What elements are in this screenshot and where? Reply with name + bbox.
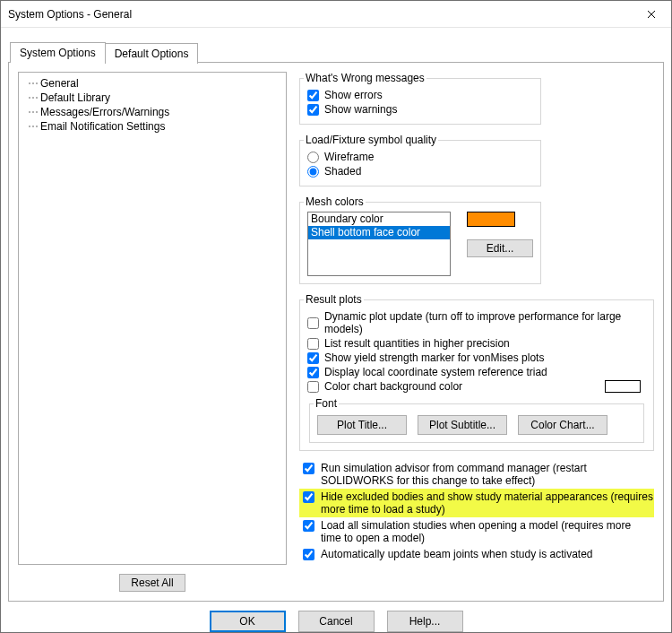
label-run-advisor: Run simulation advisor from command mana… — [321, 462, 654, 487]
checkbox-show-warnings[interactable] — [307, 104, 319, 116]
label-wireframe: Wireframe — [324, 151, 374, 163]
group-whats-wrong: What's Wrong messages Show errors Show w… — [299, 72, 541, 125]
radio-wireframe[interactable] — [307, 152, 319, 163]
titlebar: System Options - General — [1, 1, 671, 28]
tree-item-general[interactable]: General — [21, 76, 284, 91]
checkbox-yield[interactable] — [307, 352, 319, 364]
help-button[interactable]: Help... — [387, 611, 463, 632]
label-shaded: Shaded — [324, 165, 361, 178]
tab-strip: System Options Default Options — [8, 42, 664, 63]
group-load-fixture: Load/Fixture symbol quality Wireframe Sh… — [299, 134, 541, 186]
checkbox-load-all[interactable] — [303, 520, 314, 532]
nav-tree[interactable]: General Default Library Messages/Errors/… — [18, 72, 287, 565]
legend-font: Font — [314, 397, 339, 410]
plot-subtitle-button[interactable]: Plot Subtitle... — [418, 415, 507, 435]
legend-load-fixture: Load/Fixture symbol quality — [304, 134, 438, 146]
label-hide-excluded: Hide excluded bodies and show study mate… — [321, 490, 654, 516]
close-button[interactable] — [631, 1, 671, 28]
reset-wrap: Reset All — [18, 574, 287, 592]
group-mesh-colors: Mesh colors Boundary color Shell bottom … — [299, 195, 541, 284]
edit-color-button[interactable]: Edit... — [467, 239, 533, 257]
checkbox-dynamic-plot[interactable] — [307, 317, 319, 329]
group-font: Font Plot Title... Plot Subtitle... Colo… — [309, 397, 644, 443]
label-load-all: Load all simulation studies when opening… — [321, 519, 654, 544]
tab-default-options[interactable]: Default Options — [105, 43, 199, 64]
legend-mesh-colors: Mesh colors — [304, 195, 366, 208]
tab-system-options[interactable]: System Options — [10, 42, 106, 63]
mesh-color-list[interactable]: Boundary color Shell bottom face color — [307, 212, 451, 276]
label-yield: Show yield strength marker for vonMises … — [324, 351, 544, 364]
label-show-warnings: Show warnings — [324, 103, 397, 116]
tree-item-messages[interactable]: Messages/Errors/Warnings — [21, 105, 284, 119]
reset-all-button[interactable]: Reset All — [119, 574, 185, 592]
mesh-color-swatch — [467, 212, 515, 227]
radio-shaded[interactable] — [307, 166, 319, 178]
right-panel: What's Wrong messages Show errors Show w… — [299, 72, 654, 592]
dialog-window: System Options - General System Options … — [0, 0, 672, 633]
legend-whats-wrong: What's Wrong messages — [304, 72, 426, 84]
plot-title-button[interactable]: Plot Title... — [317, 415, 407, 435]
ok-button[interactable]: OK — [210, 611, 286, 632]
legend-result-plots: Result plots — [304, 293, 364, 306]
close-icon — [647, 10, 656, 19]
bgcolor-swatch[interactable] — [605, 380, 641, 393]
label-dynamic-plot: Dynamic plot update (turn off to improve… — [324, 310, 646, 335]
cancel-button[interactable]: Cancel — [298, 611, 375, 632]
checkbox-hide-excluded[interactable] — [303, 491, 314, 503]
checkbox-auto-update[interactable] — [303, 549, 314, 560]
color-chart-button[interactable]: Color Chart... — [518, 415, 607, 435]
dialog-buttons: OK Cancel Help... — [8, 602, 664, 633]
checkbox-triad[interactable] — [307, 367, 319, 378]
checkbox-show-errors[interactable] — [307, 90, 319, 101]
checkbox-bgcolor[interactable] — [307, 381, 319, 393]
checkbox-precision[interactable] — [307, 338, 319, 350]
label-auto-update: Automatically update beam joints when st… — [321, 548, 654, 560]
tree-item-email[interactable]: Email Notification Settings — [21, 119, 284, 134]
left-column: General Default Library Messages/Errors/… — [18, 72, 287, 592]
tree-item-default-library[interactable]: Default Library — [21, 91, 284, 105]
label-show-errors: Show errors — [324, 89, 383, 101]
mesh-item-shell-bottom[interactable]: Shell bottom face color — [308, 226, 450, 239]
label-bgcolor: Color chart background color — [324, 380, 462, 393]
mesh-item-boundary[interactable]: Boundary color — [308, 212, 450, 226]
label-triad: Display local coordinate system referenc… — [324, 366, 547, 378]
window-title: System Options - General — [8, 8, 631, 21]
content-area: System Options Default Options General D… — [1, 28, 671, 633]
tab-body: General Default Library Messages/Errors/… — [8, 62, 664, 602]
checkbox-run-advisor[interactable] — [303, 463, 314, 474]
label-precision: List result quantities in higher precisi… — [324, 337, 510, 350]
lower-options: Run simulation advisor from command mana… — [299, 460, 654, 565]
group-result-plots: Result plots Dynamic plot update (turn o… — [299, 293, 654, 451]
